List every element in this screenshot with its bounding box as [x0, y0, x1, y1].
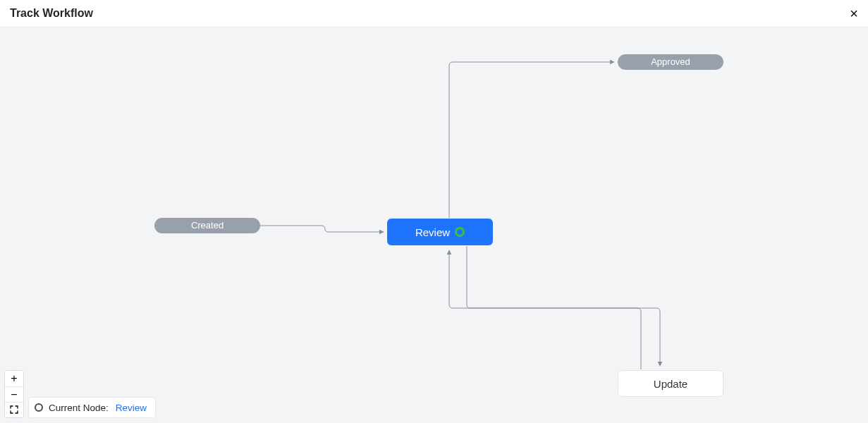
- zoom-in-button[interactable]: +: [5, 371, 23, 386]
- modal-header: Track Workflow ×: [0, 0, 868, 27]
- node-created[interactable]: Created: [154, 218, 260, 233]
- current-node-status: Current Node: Review: [28, 397, 156, 418]
- status-indicator-icon: [35, 403, 43, 412]
- node-approved[interactable]: Approved: [618, 54, 723, 70]
- close-icon[interactable]: ×: [850, 6, 858, 20]
- zoom-fit-button[interactable]: [5, 402, 23, 417]
- modal-title: Track Workflow: [10, 7, 93, 20]
- status-label: Current Node:: [49, 403, 109, 413]
- node-created-label: Created: [191, 220, 224, 231]
- workflow-canvas[interactable]: Created Review Approved Update + − Curre…: [0, 27, 868, 423]
- current-node-indicator-icon: [455, 227, 465, 237]
- zoom-out-button[interactable]: −: [5, 386, 23, 402]
- node-approved-label: Approved: [651, 56, 690, 67]
- zoom-controls: + −: [4, 370, 24, 418]
- node-update[interactable]: Update: [618, 370, 723, 397]
- node-review[interactable]: Review: [387, 219, 493, 245]
- node-update-label: Update: [654, 378, 687, 390]
- status-value-link[interactable]: Review: [116, 403, 147, 413]
- node-review-label: Review: [415, 226, 450, 238]
- fullscreen-icon: [10, 405, 18, 414]
